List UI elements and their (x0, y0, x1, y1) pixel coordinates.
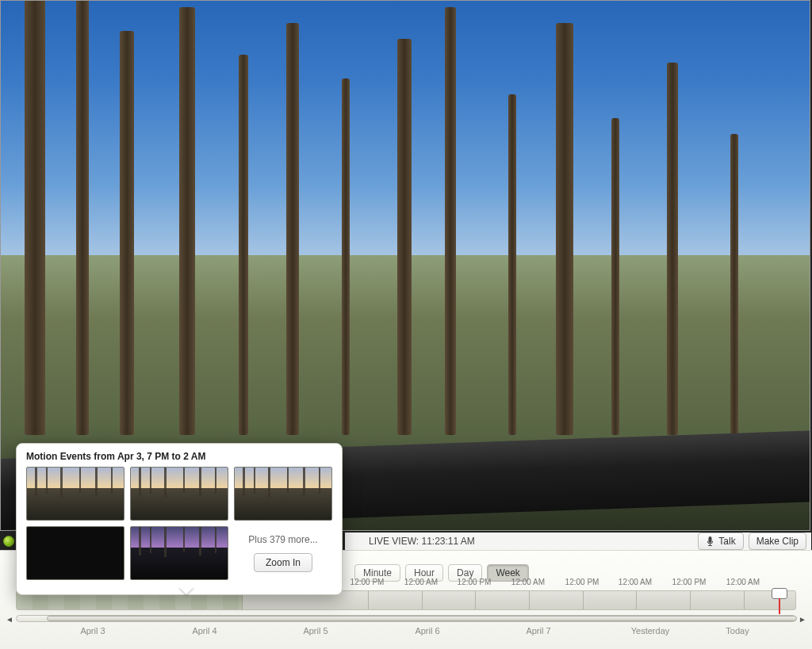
live-view-bar: LIVE VIEW: 11:23:11 AM Talk Make Clip (345, 533, 811, 550)
day-label: April 7 (526, 626, 550, 636)
ruler-tick (422, 591, 423, 609)
timeline-day-labels: April 3April 4April 5April 6April 7Yeste… (0, 626, 812, 639)
motion-more-cell: Plus 379 more...Zoom In (234, 526, 332, 580)
timeline-tick: 12:00 AM (726, 578, 760, 586)
tree-trunk (508, 94, 516, 435)
tree-trunk (286, 23, 299, 435)
make-clip-button-label: Make Clip (756, 536, 799, 547)
tree-trunk (76, 0, 89, 435)
timeline-tick: 12:00 PM (458, 578, 492, 586)
timeline-tick: 12:00 AM (619, 578, 652, 586)
talk-button-label: Talk (718, 536, 735, 547)
tree-trunk (342, 78, 350, 435)
day-label: April 3 (80, 626, 105, 636)
tree-trunk (25, 0, 45, 435)
timeline-tick: 12:00 AM (404, 578, 438, 586)
talk-button[interactable]: Talk (698, 533, 743, 550)
motion-more-text: Plus 379 more... (248, 534, 317, 545)
motion-thumbnail[interactable] (130, 467, 228, 521)
tree-trunk (120, 31, 134, 435)
ruler-tick (583, 591, 584, 609)
day-label: April 4 (192, 626, 216, 636)
timeline-tick: 12:00 PM (565, 578, 599, 586)
motion-thumbnail[interactable] (26, 526, 124, 580)
day-label: April 6 (415, 626, 439, 636)
ruler-tick (368, 591, 369, 609)
motion-thumbnail[interactable] (130, 526, 228, 580)
tree-trunk (445, 7, 456, 435)
day-label: Yesterday (631, 626, 670, 636)
tree-trunk (179, 7, 195, 435)
tree-trunk (239, 55, 248, 435)
live-indicator-dot (3, 536, 14, 547)
motion-events-tooltip: Motion Events from Apr 3, 7 PM to 2 AM P… (16, 443, 343, 595)
motion-thumbnail[interactable] (26, 467, 124, 521)
day-label: April 5 (303, 626, 327, 636)
motion-events-thumbnails: Plus 379 more...Zoom In (26, 467, 332, 580)
ruler-tick (636, 591, 637, 609)
motion-thumbnail[interactable] (234, 467, 332, 521)
motion-events-title: Motion Events from Apr 3, 7 PM to 2 AM (26, 451, 332, 462)
timeline-scroll-thumb[interactable] (47, 616, 797, 621)
tree-trunk (397, 39, 412, 435)
live-view-label: LIVE VIEW: 11:23:11 AM (369, 536, 475, 547)
ruler-tick (475, 591, 476, 609)
tree-trunk (611, 118, 619, 435)
make-clip-button[interactable]: Make Clip (749, 533, 806, 550)
timeline-tick: 12:00 AM (511, 578, 545, 586)
ruler-tick (529, 591, 530, 609)
scroll-left-arrow-icon[interactable]: ◄ (4, 614, 15, 624)
day-label: Today (726, 626, 749, 636)
tree-trunk (667, 63, 678, 435)
scroll-right-arrow-icon[interactable]: ► (797, 614, 808, 624)
ruler-tick (744, 591, 745, 609)
tree-trunk (730, 134, 738, 435)
microphone-icon (706, 536, 714, 547)
timeline-tick: 12:00 PM (350, 578, 385, 586)
timeline-scrollbar[interactable]: ◄ ► (16, 615, 796, 622)
timeline-tick: 12:00 PM (672, 578, 707, 586)
tree-trunk (556, 23, 573, 435)
ruler-tick (690, 591, 691, 609)
zoom-in-button[interactable]: Zoom In (254, 553, 312, 572)
